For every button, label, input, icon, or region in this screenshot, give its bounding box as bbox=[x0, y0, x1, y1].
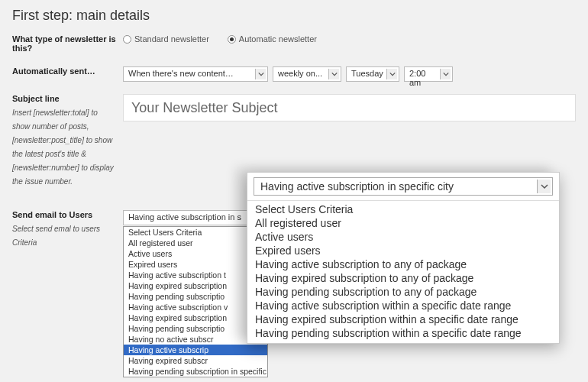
dropdown-option[interactable]: Having no active subscr bbox=[124, 334, 267, 345]
popup-option[interactable]: Having active subscription to any of pac… bbox=[247, 257, 559, 271]
radio-label: Automatic newsletter bbox=[239, 34, 317, 44]
popup-option[interactable]: All registered user bbox=[247, 216, 559, 230]
radio-label: Standard newsletter bbox=[134, 34, 209, 44]
dropdown-option[interactable]: Having expired subscription bbox=[124, 312, 267, 323]
popup-option[interactable]: Having pending subscription within a spe… bbox=[247, 326, 559, 340]
dropdown-option[interactable]: Having active subscrip bbox=[124, 345, 267, 355]
select-trigger[interactable]: When there's new content… bbox=[123, 66, 268, 82]
dropdown-option[interactable]: Having pending subscriptio bbox=[124, 323, 267, 334]
popup-option[interactable]: Active users bbox=[247, 230, 559, 244]
chevron-down-icon bbox=[440, 69, 451, 79]
popup-dropdown-list[interactable]: Select Users CriteriaAll registered user… bbox=[247, 200, 559, 343]
select-day[interactable]: Tuesday bbox=[346, 66, 399, 82]
label-subject: Subject line bbox=[12, 94, 117, 103]
label-sendto: Send email to Users bbox=[12, 210, 117, 219]
dropdown-option[interactable]: Having active subscription t bbox=[124, 270, 267, 280]
popup-select[interactable]: Having active subscription in specific c… bbox=[254, 177, 553, 196]
chevron-down-icon bbox=[537, 180, 551, 193]
popup-option[interactable]: Having expired subscription within a spe… bbox=[247, 312, 559, 326]
popup-option[interactable]: Having active subscription within a spec… bbox=[247, 299, 559, 312]
page-title: First step: main details bbox=[12, 8, 576, 24]
select-frequency[interactable]: weekly on... bbox=[273, 66, 341, 82]
radio-standard[interactable]: Standard newsletter bbox=[123, 34, 209, 44]
popup-option[interactable]: Having pending subscription to any of pa… bbox=[247, 285, 559, 299]
dropdown-option[interactable]: Having expired subscr bbox=[124, 355, 267, 366]
hint-subject: Insert [newsletter:total] to show number… bbox=[12, 108, 114, 186]
chevron-down-icon bbox=[328, 69, 339, 79]
dropdown-option[interactable]: Having pending subscriptio bbox=[124, 291, 267, 302]
dropdown-option[interactable]: Having pending subscription in specific … bbox=[124, 366, 267, 377]
select-time[interactable]: 2:00 am bbox=[404, 66, 453, 82]
subject-input[interactable] bbox=[123, 94, 576, 121]
row-newsletter-type: What type of newsletter is this? Standar… bbox=[12, 34, 576, 54]
dropdown-option[interactable]: Having expired subscription bbox=[124, 280, 267, 291]
dropdown-option[interactable]: All registered user bbox=[124, 238, 267, 248]
dropdown-option[interactable]: Select Users Criteria bbox=[124, 227, 267, 238]
radio-icon bbox=[228, 35, 236, 44]
select-value: Having active subscription in specific c… bbox=[260, 180, 454, 193]
select-value: Having active subscription in s bbox=[128, 212, 241, 222]
popup-option[interactable]: Having expired subscription to any of pa… bbox=[247, 271, 559, 285]
select-value: When there's new content… bbox=[128, 69, 234, 78]
select-value: Tuesday bbox=[351, 69, 383, 78]
label-autosent: Automatically sent… bbox=[12, 66, 117, 76]
dropdown-option[interactable]: Active users bbox=[124, 248, 267, 259]
select-value: weekly on... bbox=[278, 69, 322, 78]
row-auto-sent: Automatically sent… When there's new con… bbox=[12, 66, 576, 82]
dropdown-option[interactable]: Having active subscription v bbox=[124, 302, 267, 312]
label-type: What type of newsletter is this? bbox=[12, 34, 117, 53]
dropdown-option[interactable]: Expired users bbox=[124, 259, 267, 270]
hint-sendto: Select send emal to users Criteria bbox=[12, 225, 100, 247]
popup-option[interactable]: Select Users Criteria bbox=[247, 202, 559, 216]
chevron-down-icon bbox=[386, 69, 397, 79]
radio-automatic[interactable]: Automatic newsletter bbox=[228, 34, 317, 44]
zoom-popup: Having active subscription in specific c… bbox=[247, 172, 560, 344]
popup-option[interactable]: Expired users bbox=[247, 244, 559, 257]
select-value: 2:00 am bbox=[409, 69, 425, 87]
radio-icon bbox=[123, 35, 131, 44]
chevron-down-icon bbox=[255, 69, 266, 79]
